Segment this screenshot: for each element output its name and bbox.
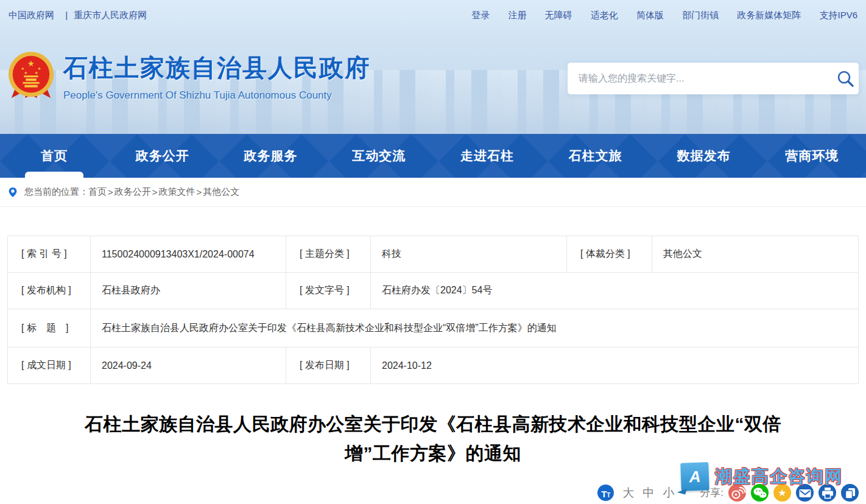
brand-text: 石柱土家族自治县人民政府 People's Government Of Shiz… (63, 51, 370, 102)
meta-index-label: [ 索 引 号 ] (8, 236, 91, 273)
meta-index-value: 1150024000913403X1/2024-00074 (91, 236, 286, 273)
ipv6-support-link[interactable]: 支持IPV6 (819, 10, 857, 20)
simplified-chinese-link[interactable]: 简体版 (636, 10, 664, 20)
search-box (568, 63, 859, 94)
search-button[interactable] (832, 65, 859, 92)
site-header: 中国政府网 | 重庆市人民政府网 登录 注册 无障碍 适老化 简体版 部门街镇 … (0, 0, 866, 134)
breadcrumb-separator: > (152, 187, 158, 197)
register-link[interactable]: 注册 (508, 10, 526, 20)
breadcrumb-policy-files[interactable]: 政策文件 (159, 186, 195, 198)
departments-towns-link[interactable]: 部门街镇 (682, 10, 719, 20)
nav-item-data-release[interactable]: 数据发布 (650, 134, 758, 178)
login-link[interactable]: 登录 (471, 10, 490, 20)
location-pin-icon (7, 185, 18, 199)
meta-agency-value: 石柱县政府办 (91, 273, 286, 309)
national-emblem-icon: ★ ★ ★ ★ ★ (7, 50, 55, 102)
chongqing-gov-link[interactable]: 重庆市人民政府网 (74, 10, 147, 20)
table-row: [ 成文日期 ] 2024-09-24 [ 发布日期 ] 2024-10-12 (8, 348, 859, 384)
article-title: 石柱土家族自治县人民政府办公室关于印发《石柱县高新技术企业和科技型企业“双倍增”… (77, 410, 789, 468)
main-navigation: 首页 政务公开 政务服务 互动交流 走进石柱 石柱文旅 数据发布 营商环境 (0, 134, 866, 178)
nav-item-business-env[interactable]: 营商环境 (758, 134, 866, 178)
consultancy-watermark: A 潮盛高企咨询网 (681, 463, 843, 491)
share-copy-button[interactable] (841, 484, 859, 502)
font-size-large-button[interactable]: 大 (622, 485, 634, 501)
meta-docnum-value: 石柱府办发〔2024〕54号 (371, 273, 859, 309)
svg-text:★: ★ (24, 71, 27, 75)
meta-agency-label: [ 发布机构 ] (8, 273, 91, 309)
accessibility-link[interactable]: 无障碍 (545, 10, 572, 20)
meta-date-written-value: 2024-09-24 (91, 348, 286, 384)
meta-genre-value: 其他公文 (652, 236, 859, 273)
meta-date-pub-label: [ 发布日期 ] (286, 348, 371, 384)
breadcrumb-gov-info[interactable]: 政务公开 (114, 186, 151, 198)
meta-genre-label: [ 体裁分类 ] (567, 236, 652, 273)
topbar-separator: | (65, 10, 68, 20)
watermark-text: 潮盛高企咨询网 (715, 465, 843, 488)
table-row: [ 标 题 ] 石柱土家族自治县人民政府办公室关于印发《石柱县高新技术企业和科技… (8, 309, 859, 348)
topbar-right-links: 登录 注册 无障碍 适老化 简体版 部门街镇 政务新媒体矩阵 支持IPV6 (456, 10, 857, 21)
china-gov-link[interactable]: 中国政府网 (9, 10, 54, 20)
font-size-icon[interactable]: TT (597, 485, 614, 501)
site-title: 石柱土家族自治县人民政府 (63, 51, 370, 85)
nav-item-culture-tourism[interactable]: 石柱文旅 (541, 134, 650, 178)
gov-newmedia-matrix-link[interactable]: 政务新媒体矩阵 (737, 10, 801, 20)
copy-pages-icon (842, 485, 859, 502)
top-utility-bar: 中国政府网 | 重庆市人民政府网 登录 注册 无障碍 适老化 简体版 部门街镇 … (0, 0, 866, 21)
svg-text:★: ★ (27, 59, 35, 68)
breadcrumb-home[interactable]: 首页 (88, 186, 107, 198)
nav-item-home[interactable]: 首页 (0, 134, 108, 178)
breadcrumb: 您当前的位置： 首页 > 政务公开 > 政策文件 > 其他公文 (0, 178, 866, 207)
table-row: [ 发布机构 ] 石柱县政府办 [ 发文字号 ] 石柱府办发〔2024〕54号 (8, 273, 859, 309)
meta-date-written-label: [ 成文日期 ] (8, 348, 91, 384)
elder-mode-link[interactable]: 适老化 (591, 10, 618, 20)
topbar-left-links: 中国政府网 | 重庆市人民政府网 (9, 10, 152, 21)
font-size-small-button[interactable]: 小 (663, 485, 674, 501)
meta-title-value: 石柱土家族自治县人民政府办公室关于印发《石柱县高新技术企业和科技型企业“双倍增”… (91, 309, 859, 348)
nav-item-about-shizhu[interactable]: 走进石柱 (433, 134, 541, 178)
nav-item-interaction[interactable]: 互动交流 (325, 134, 433, 178)
breadcrumb-separator: > (108, 187, 113, 197)
meta-date-pub-value: 2024-10-12 (371, 348, 859, 384)
page-root: 中国政府网 | 重庆市人民政府网 登录 注册 无障碍 适老化 简体版 部门街镇 … (0, 0, 866, 504)
document-metadata-table: [ 索 引 号 ] 1150024000913403X1/2024-00074 … (7, 236, 859, 384)
site-subtitle-english: People's Government Of Shizhu Tujia Auto… (63, 89, 370, 102)
meta-docnum-label: [ 发文字号 ] (286, 273, 371, 309)
watermark-logo-icon: A (680, 462, 709, 491)
svg-text:★: ★ (35, 71, 38, 75)
breadcrumb-separator: > (197, 187, 202, 197)
site-logo-and-title[interactable]: ★ ★ ★ ★ ★ 石柱土家族自治县人民政府 People's Governme… (7, 50, 370, 102)
nav-item-gov-info[interactable]: 政务公开 (108, 134, 217, 178)
font-size-medium-button[interactable]: 中 (642, 485, 654, 501)
meta-title-label: [ 标 题 ] (8, 309, 91, 348)
table-row: [ 索 引 号 ] 1150024000913403X1/2024-00074 … (8, 236, 859, 273)
meta-subject-value: 科技 (371, 236, 567, 273)
search-icon (836, 69, 854, 88)
breadcrumb-other-docs[interactable]: 其他公文 (203, 186, 239, 198)
nav-item-gov-services[interactable]: 政务服务 (217, 134, 325, 178)
meta-subject-label: [ 主题分类 ] (286, 236, 371, 273)
search-input[interactable] (568, 73, 832, 84)
breadcrumb-prefix: 您当前的位置： (24, 186, 88, 198)
